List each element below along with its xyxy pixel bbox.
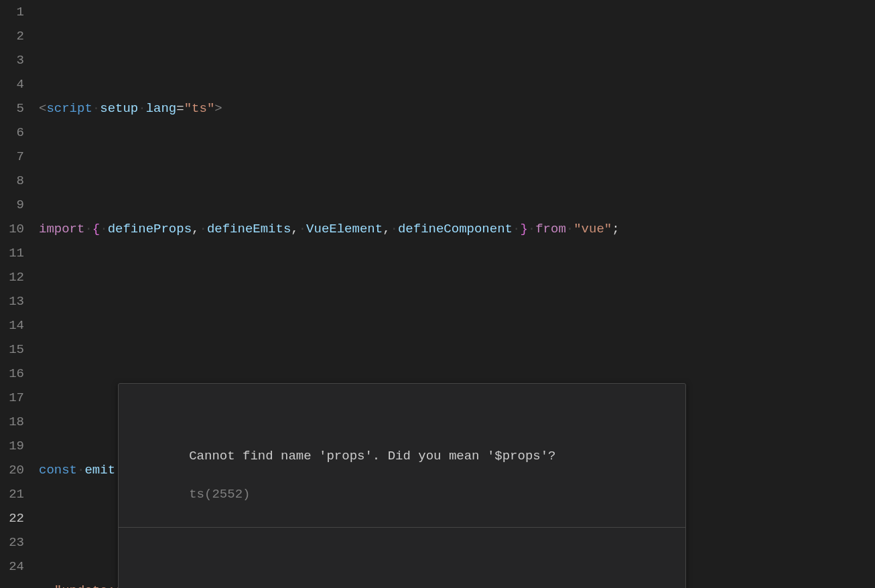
code-editor: 123456789101112131415161718192021222324 … (0, 0, 875, 588)
line-number: 7 (0, 145, 24, 169)
line-number: 16 (0, 362, 24, 386)
line-number-gutter: 123456789101112131415161718192021222324 (0, 0, 39, 588)
diagnostic-message-row: Cannot find name 'props'. Did you mean '… (119, 422, 685, 528)
line-number: 4 (0, 72, 24, 96)
line-number: 24 (0, 555, 24, 579)
line-number: 19 (0, 434, 24, 458)
diagnostic-hover-tooltip: Cannot find name 'props'. Did you mean '… (118, 383, 686, 588)
line-number: 20 (0, 458, 24, 482)
line-number: 6 (0, 121, 24, 145)
line-number: 22 (0, 506, 24, 530)
line-number: 10 (0, 217, 24, 241)
line-number: 14 (0, 313, 24, 338)
line-number: 17 (0, 386, 24, 410)
diagnostic-type-row: any (119, 566, 685, 589)
line-number: 12 (0, 265, 24, 289)
line-number: 8 (0, 169, 24, 193)
code-line[interactable]: import·{·defineProps,·defineEmits,·VueEl… (39, 217, 875, 241)
line-number: 11 (0, 241, 24, 265)
diagnostic-error-code: ts(2552) (189, 487, 250, 502)
line-number: 13 (0, 289, 24, 313)
code-line[interactable]: <script·setup·lang="ts"> (39, 96, 875, 121)
line-number: 5 (0, 96, 24, 121)
diagnostic-message: Cannot find name 'props'. Did you mean '… (189, 449, 555, 463)
line-number: 2 (0, 24, 24, 48)
code-line[interactable] (39, 338, 875, 362)
line-number: 18 (0, 410, 24, 434)
line-number: 15 (0, 338, 24, 362)
code-area[interactable]: <script·setup·lang="ts"> import·{·define… (39, 0, 875, 588)
line-number: 3 (0, 48, 24, 72)
line-number: 1 (0, 0, 24, 24)
line-number: 23 (0, 530, 24, 555)
line-number: 21 (0, 482, 24, 506)
line-number: 9 (0, 193, 24, 217)
